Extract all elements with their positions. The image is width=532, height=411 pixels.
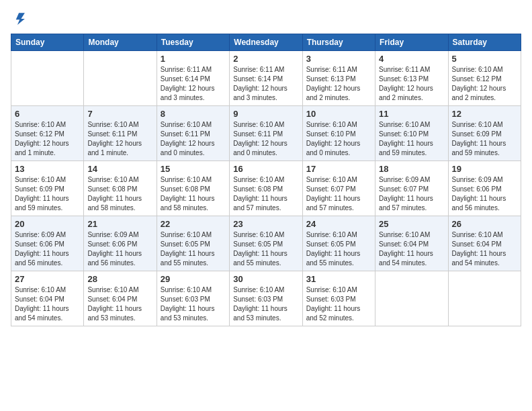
calendar-cell (84, 51, 157, 106)
calendar-cell: 25 Sunrise: 6:10 AM Sunset: 6:04 PM Dayl… (375, 216, 448, 271)
calendar-cell: 27 Sunrise: 6:10 AM Sunset: 6:04 PM Dayl… (11, 271, 84, 326)
weekday-header-sunday: Sunday (11, 34, 84, 51)
day-number: 28 (87, 274, 152, 284)
day-info: Sunrise: 6:11 AM Sunset: 6:13 PM Dayligh… (379, 65, 444, 103)
day-number: 30 (233, 274, 298, 284)
day-info: Sunrise: 6:10 AM Sunset: 6:03 PM Dayligh… (306, 285, 371, 323)
calendar-cell: 23 Sunrise: 6:10 AM Sunset: 6:05 PM Dayl… (230, 216, 302, 271)
day-info: Sunrise: 6:10 AM Sunset: 6:04 PM Dayligh… (379, 230, 444, 268)
day-number: 3 (306, 54, 371, 64)
day-info: Sunrise: 6:10 AM Sunset: 6:12 PM Dayligh… (15, 120, 80, 158)
day-info: Sunrise: 6:10 AM Sunset: 6:05 PM Dayligh… (233, 230, 298, 268)
day-info: Sunrise: 6:10 AM Sunset: 6:08 PM Dayligh… (161, 175, 226, 213)
day-number: 26 (452, 219, 517, 229)
day-number: 6 (15, 109, 80, 119)
day-info: Sunrise: 6:10 AM Sunset: 6:05 PM Dayligh… (161, 230, 226, 268)
day-info: Sunrise: 6:10 AM Sunset: 6:04 PM Dayligh… (87, 285, 152, 323)
calendar-cell: 26 Sunrise: 6:10 AM Sunset: 6:04 PM Dayl… (448, 216, 521, 271)
calendar-cell: 14 Sunrise: 6:10 AM Sunset: 6:08 PM Dayl… (84, 161, 157, 216)
calendar-cell: 11 Sunrise: 6:10 AM Sunset: 6:10 PM Dayl… (375, 106, 448, 161)
day-info: Sunrise: 6:10 AM Sunset: 6:04 PM Dayligh… (15, 285, 80, 323)
day-info: Sunrise: 6:10 AM Sunset: 6:11 PM Dayligh… (161, 120, 226, 158)
day-info: Sunrise: 6:10 AM Sunset: 6:07 PM Dayligh… (306, 175, 371, 213)
calendar-cell: 8 Sunrise: 6:10 AM Sunset: 6:11 PM Dayli… (157, 106, 229, 161)
calendar-cell (11, 51, 84, 106)
day-number: 4 (379, 54, 444, 64)
day-number: 10 (306, 109, 371, 119)
weekday-header-saturday: Saturday (448, 34, 521, 51)
day-number: 15 (161, 164, 226, 174)
day-number: 8 (161, 109, 226, 119)
day-number: 13 (15, 164, 80, 174)
calendar-cell: 17 Sunrise: 6:10 AM Sunset: 6:07 PM Dayl… (302, 161, 375, 216)
day-number: 2 (233, 54, 298, 64)
day-number: 23 (233, 219, 298, 229)
day-info: Sunrise: 6:10 AM Sunset: 6:04 PM Dayligh… (452, 230, 517, 268)
day-number: 31 (306, 274, 371, 284)
day-info: Sunrise: 6:09 AM Sunset: 6:06 PM Dayligh… (15, 230, 80, 268)
day-info: Sunrise: 6:11 AM Sunset: 6:14 PM Dayligh… (233, 65, 298, 103)
calendar-cell: 20 Sunrise: 6:09 AM Sunset: 6:06 PM Dayl… (11, 216, 84, 271)
day-info: Sunrise: 6:09 AM Sunset: 6:07 PM Dayligh… (379, 175, 444, 213)
calendar-cell: 2 Sunrise: 6:11 AM Sunset: 6:14 PM Dayli… (230, 51, 302, 106)
calendar-cell: 15 Sunrise: 6:10 AM Sunset: 6:08 PM Dayl… (157, 161, 229, 216)
day-info: Sunrise: 6:09 AM Sunset: 6:06 PM Dayligh… (452, 175, 517, 213)
day-info: Sunrise: 6:10 AM Sunset: 6:08 PM Dayligh… (233, 175, 298, 213)
day-number: 21 (87, 219, 152, 229)
day-number: 11 (379, 109, 444, 119)
calendar-cell: 9 Sunrise: 6:10 AM Sunset: 6:11 PM Dayli… (230, 106, 302, 161)
calendar-cell: 1 Sunrise: 6:11 AM Sunset: 6:14 PM Dayli… (157, 51, 229, 106)
calendar-cell: 7 Sunrise: 6:10 AM Sunset: 6:11 PM Dayli… (84, 106, 157, 161)
day-info: Sunrise: 6:10 AM Sunset: 6:05 PM Dayligh… (306, 230, 371, 268)
calendar-cell: 3 Sunrise: 6:11 AM Sunset: 6:13 PM Dayli… (302, 51, 375, 106)
calendar-cell: 28 Sunrise: 6:10 AM Sunset: 6:04 PM Dayl… (84, 271, 157, 326)
calendar-cell: 19 Sunrise: 6:09 AM Sunset: 6:06 PM Dayl… (448, 161, 521, 216)
day-number: 19 (452, 164, 517, 174)
day-number: 12 (452, 109, 517, 119)
day-info: Sunrise: 6:11 AM Sunset: 6:14 PM Dayligh… (161, 65, 226, 103)
day-number: 5 (452, 54, 517, 64)
weekday-header-wednesday: Wednesday (230, 34, 302, 51)
day-number: 25 (379, 219, 444, 229)
logo (11, 11, 28, 26)
calendar-cell: 24 Sunrise: 6:10 AM Sunset: 6:05 PM Dayl… (302, 216, 375, 271)
day-number: 7 (87, 109, 152, 119)
calendar-cell: 18 Sunrise: 6:09 AM Sunset: 6:07 PM Dayl… (375, 161, 448, 216)
weekday-header-friday: Friday (375, 34, 448, 51)
calendar-cell: 21 Sunrise: 6:09 AM Sunset: 6:06 PM Dayl… (84, 216, 157, 271)
day-info: Sunrise: 6:10 AM Sunset: 6:10 PM Dayligh… (379, 120, 444, 158)
weekday-header-tuesday: Tuesday (157, 34, 229, 51)
calendar-cell: 16 Sunrise: 6:10 AM Sunset: 6:08 PM Dayl… (230, 161, 302, 216)
day-info: Sunrise: 6:10 AM Sunset: 6:11 PM Dayligh… (87, 120, 152, 158)
calendar-cell: 30 Sunrise: 6:10 AM Sunset: 6:03 PM Dayl… (230, 271, 302, 326)
day-number: 20 (15, 219, 80, 229)
day-number: 17 (306, 164, 371, 174)
day-info: Sunrise: 6:10 AM Sunset: 6:12 PM Dayligh… (452, 65, 517, 103)
calendar-cell: 31 Sunrise: 6:10 AM Sunset: 6:03 PM Dayl… (302, 271, 375, 326)
calendar-cell: 4 Sunrise: 6:11 AM Sunset: 6:13 PM Dayli… (375, 51, 448, 106)
day-info: Sunrise: 6:10 AM Sunset: 6:09 PM Dayligh… (452, 120, 517, 158)
day-info: Sunrise: 6:10 AM Sunset: 6:08 PM Dayligh… (87, 175, 152, 213)
calendar-cell: 12 Sunrise: 6:10 AM Sunset: 6:09 PM Dayl… (448, 106, 521, 161)
day-number: 9 (233, 109, 298, 119)
day-info: Sunrise: 6:11 AM Sunset: 6:13 PM Dayligh… (306, 65, 371, 103)
calendar-cell: 29 Sunrise: 6:10 AM Sunset: 6:03 PM Dayl… (157, 271, 229, 326)
calendar-cell: 5 Sunrise: 6:10 AM Sunset: 6:12 PM Dayli… (448, 51, 521, 106)
day-info: Sunrise: 6:09 AM Sunset: 6:06 PM Dayligh… (87, 230, 152, 268)
logo-icon (11, 11, 26, 26)
day-number: 27 (15, 274, 80, 284)
calendar-cell: 6 Sunrise: 6:10 AM Sunset: 6:12 PM Dayli… (11, 106, 84, 161)
day-info: Sunrise: 6:10 AM Sunset: 6:03 PM Dayligh… (233, 285, 298, 323)
calendar-table: SundayMondayTuesdayWednesdayThursdayFrid… (11, 34, 521, 326)
calendar-cell (375, 271, 448, 326)
day-number: 18 (379, 164, 444, 174)
weekday-header-thursday: Thursday (302, 34, 375, 51)
day-info: Sunrise: 6:10 AM Sunset: 6:09 PM Dayligh… (15, 175, 80, 213)
day-number: 14 (87, 164, 152, 174)
day-number: 22 (161, 219, 226, 229)
calendar-cell: 13 Sunrise: 6:10 AM Sunset: 6:09 PM Dayl… (11, 161, 84, 216)
calendar-cell: 10 Sunrise: 6:10 AM Sunset: 6:10 PM Dayl… (302, 106, 375, 161)
day-number: 29 (161, 274, 226, 284)
day-number: 1 (161, 54, 226, 64)
calendar-cell: 22 Sunrise: 6:10 AM Sunset: 6:05 PM Dayl… (157, 216, 229, 271)
